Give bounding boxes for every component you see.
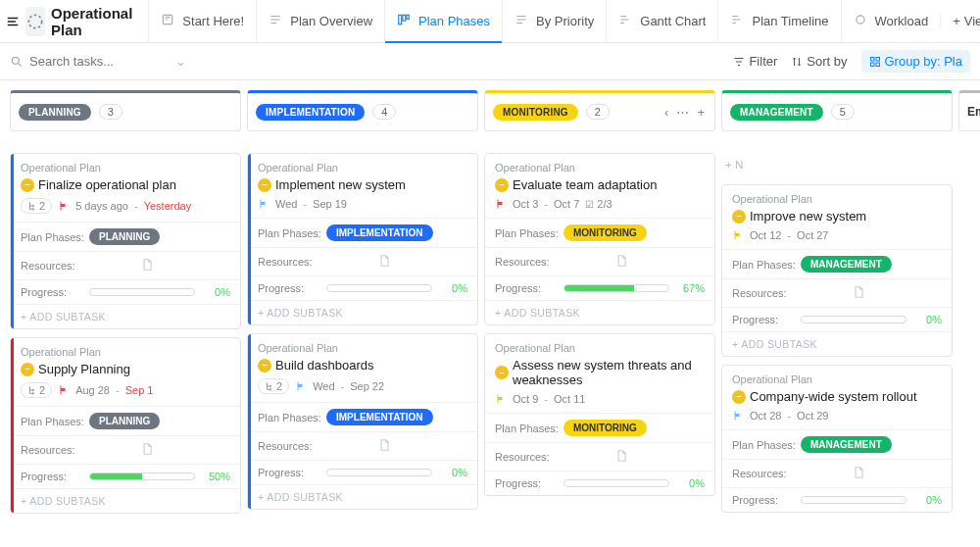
add-subtask-button[interactable]: + ADD SUBTASK — [248, 484, 477, 509]
resources-value[interactable] — [140, 442, 154, 458]
board: PLANNING3Operational PlanFinalize operat… — [0, 80, 980, 547]
tab-plan-phases[interactable]: Plan Phases — [384, 0, 502, 42]
progress-bar[interactable] — [326, 469, 432, 476]
task-card[interactable]: Operational PlanImplement new systemWed-… — [247, 153, 478, 325]
task-card[interactable]: Operational PlanBuild dashboards2Wed-Sep… — [247, 333, 478, 510]
priority-flag[interactable] — [258, 198, 270, 210]
priority-flag[interactable] — [295, 380, 307, 392]
phase-tag[interactable]: MANAGEMENT — [801, 436, 892, 453]
status-dot-icon[interactable] — [21, 178, 34, 192]
column-header[interactable]: MANAGEMENT5 — [721, 90, 953, 131]
resources-value[interactable] — [377, 254, 391, 270]
column-more-icon[interactable]: ⋯ — [674, 105, 691, 120]
tab-start-here-[interactable]: Start Here! — [148, 0, 256, 42]
task-card[interactable]: Operational PlanSupply Planning2Aug 28-S… — [10, 337, 241, 514]
priority-flag[interactable] — [495, 393, 507, 405]
phase-tag[interactable]: PLANNING — [89, 413, 160, 429]
status-dot-icon[interactable] — [495, 178, 509, 192]
phase-tag[interactable]: IMPLEMENTATION — [326, 409, 433, 425]
column-header[interactable]: PLANNING3 — [10, 90, 241, 131]
priority-flag[interactable] — [58, 384, 70, 396]
card-breadcrumb[interactable]: Operational Plan — [495, 162, 705, 174]
task-card[interactable]: Operational PlanAssess new system threat… — [484, 333, 715, 496]
card-title-row: Evaluate team adaptation — [495, 177, 705, 192]
subtask-count[interactable]: 2 — [21, 198, 52, 214]
progress-bar[interactable] — [564, 284, 669, 292]
column-management: MANAGEMENT5+ NOperational PlanImprove ne… — [721, 90, 953, 537]
tab-by-priority[interactable]: By Priority — [502, 0, 606, 42]
priority-flag[interactable] — [58, 200, 70, 212]
priority-flag[interactable] — [732, 410, 744, 422]
sort-button[interactable]: Sort by — [791, 54, 847, 69]
status-dot-icon[interactable] — [258, 359, 271, 373]
task-card[interactable]: Operational PlanFinalize operational pla… — [10, 153, 241, 329]
status-dot-icon[interactable] — [732, 210, 746, 224]
phase-tag[interactable]: PLANNING — [89, 228, 160, 245]
status-dot-icon[interactable] — [495, 366, 509, 379]
add-subtask-button[interactable]: + ADD SUBTASK — [11, 488, 240, 513]
group-by-button[interactable]: Group by: Pla — [861, 50, 971, 73]
column-header[interactable]: MONITORING2‹⋯+ — [484, 90, 715, 131]
document-icon — [614, 449, 628, 463]
column-count: 2 — [586, 104, 610, 120]
progress-bar[interactable] — [89, 472, 195, 480]
add-subtask-button[interactable]: + ADD SUBTASK — [248, 300, 477, 324]
progress-bar[interactable] — [564, 479, 669, 487]
task-card[interactable]: Operational PlanCompany-wide system roll… — [721, 365, 953, 513]
add-subtask-button[interactable]: + ADD SUBTASK — [485, 300, 714, 324]
document-icon — [377, 254, 391, 268]
space-logo-icon[interactable] — [25, 7, 45, 36]
new-task-button[interactable]: + N — [721, 153, 953, 176]
menu-toggle-icon[interactable] — [6, 7, 20, 36]
progress-bar[interactable] — [326, 284, 432, 292]
card-breadcrumb[interactable]: Operational Plan — [258, 342, 467, 354]
tab-plan-overview[interactable]: Plan Overview — [256, 0, 384, 42]
priority-flag[interactable] — [732, 229, 744, 241]
column-header[interactable]: Em — [958, 90, 980, 131]
column-add-icon[interactable]: + — [695, 105, 707, 120]
date-end: Yesterday — [144, 200, 192, 212]
progress-bar[interactable] — [89, 288, 195, 296]
subtask-count[interactable]: 2 — [258, 378, 289, 394]
filter-button[interactable]: Filter — [733, 54, 777, 69]
column-collapse-icon[interactable]: ‹ — [662, 105, 670, 120]
resources-value[interactable] — [852, 466, 865, 481]
status-dot-icon[interactable] — [732, 390, 746, 404]
resources-value[interactable] — [377, 438, 391, 454]
progress-bar[interactable] — [801, 316, 906, 323]
status-dot-icon[interactable] — [258, 178, 271, 192]
card-title-row: Company-wide system rollout — [732, 389, 942, 404]
progress-bar[interactable] — [801, 496, 906, 504]
add-subtask-button[interactable]: + ADD SUBTASK — [722, 331, 952, 356]
add-view-button[interactable]: +View — [940, 14, 980, 28]
column-header[interactable]: IMPLEMENTATION4 — [247, 90, 478, 131]
resources-value[interactable] — [852, 285, 865, 301]
document-icon — [140, 442, 154, 456]
resources-value[interactable] — [140, 258, 154, 274]
priority-flag[interactable] — [495, 198, 507, 210]
card-breadcrumb[interactable]: Operational Plan — [21, 162, 230, 174]
progress-pct: 0% — [201, 286, 230, 298]
add-subtask-button[interactable]: + ADD SUBTASK — [11, 304, 240, 328]
card-breadcrumb[interactable]: Operational Plan — [732, 193, 942, 205]
resources-value[interactable] — [614, 449, 628, 465]
search-chevron-icon[interactable]: ⌄ — [175, 54, 186, 69]
phase-tag[interactable]: MANAGEMENT — [801, 256, 892, 273]
task-card[interactable]: Operational PlanImprove new systemOct 12… — [721, 184, 953, 357]
tab-gantt-chart[interactable]: Gantt Chart — [606, 0, 717, 42]
card-breadcrumb[interactable]: Operational Plan — [732, 373, 942, 385]
task-card[interactable]: Operational PlanEvaluate team adaptation… — [484, 153, 715, 325]
phase-tag[interactable]: MONITORING — [564, 420, 647, 436]
card-breadcrumb[interactable]: Operational Plan — [258, 162, 467, 174]
card-breadcrumb[interactable]: Operational Plan — [21, 346, 230, 358]
status-dot-icon[interactable] — [21, 363, 34, 376]
date-start: Wed — [313, 380, 334, 392]
search-input[interactable] — [29, 54, 147, 69]
tab-workload[interactable]: Workload — [841, 0, 941, 42]
phase-tag[interactable]: MONITORING — [564, 224, 647, 241]
tab-plan-timeline[interactable]: Plan Timeline — [717, 0, 840, 42]
subtask-count[interactable]: 2 — [21, 382, 52, 398]
card-breadcrumb[interactable]: Operational Plan — [495, 342, 705, 354]
resources-value[interactable] — [614, 254, 628, 270]
phase-tag[interactable]: IMPLEMENTATION — [326, 224, 433, 241]
